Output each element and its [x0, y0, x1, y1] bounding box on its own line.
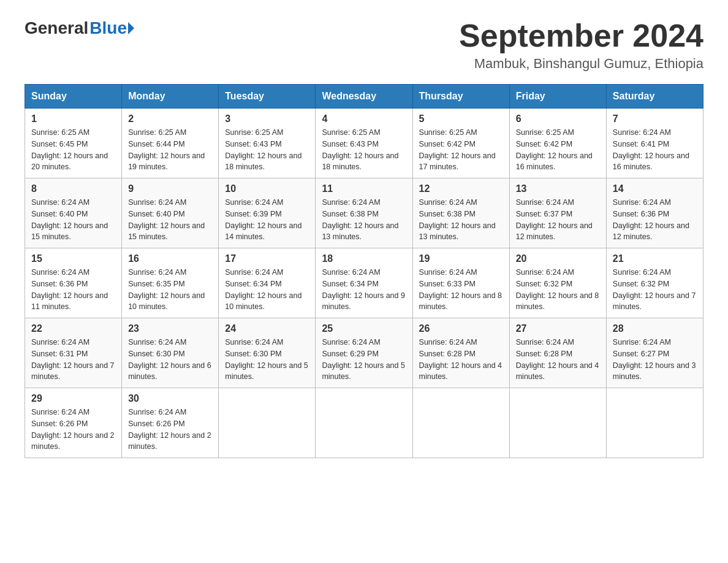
day-number: 1	[31, 113, 115, 124]
page-header: General Blue September 2024 Mambuk, Bins…	[25, 18, 703, 72]
calendar-cell: 1Sunrise: 6:25 AMSunset: 6:45 PMDaylight…	[25, 109, 122, 178]
day-number: 18	[322, 253, 406, 264]
calendar-cell: 2Sunrise: 6:25 AMSunset: 6:44 PMDaylight…	[122, 109, 219, 178]
day-info: Sunrise: 6:24 AMSunset: 6:40 PMDaylight:…	[31, 197, 115, 243]
day-info: Sunrise: 6:24 AMSunset: 6:40 PMDaylight:…	[128, 197, 212, 243]
day-number: 8	[31, 183, 115, 194]
month-title: September 2024	[459, 18, 703, 53]
day-info: Sunrise: 6:24 AMSunset: 6:34 PMDaylight:…	[322, 267, 406, 313]
calendar-week-3: 15Sunrise: 6:24 AMSunset: 6:36 PMDayligh…	[25, 248, 703, 318]
day-info: Sunrise: 6:24 AMSunset: 6:41 PMDaylight:…	[613, 127, 697, 173]
calendar-cell: 4Sunrise: 6:25 AMSunset: 6:43 PMDaylight…	[316, 109, 412, 178]
day-number: 5	[419, 113, 503, 124]
day-info: Sunrise: 6:25 AMSunset: 6:44 PMDaylight:…	[128, 127, 212, 173]
calendar-cell: 11Sunrise: 6:24 AMSunset: 6:38 PMDayligh…	[316, 178, 412, 248]
calendar-week-2: 8Sunrise: 6:24 AMSunset: 6:40 PMDaylight…	[25, 178, 703, 248]
day-number: 28	[613, 323, 697, 334]
calendar-cell	[606, 388, 703, 458]
calendar-week-1: 1Sunrise: 6:25 AMSunset: 6:45 PMDaylight…	[25, 109, 703, 178]
day-info: Sunrise: 6:24 AMSunset: 6:38 PMDaylight:…	[322, 197, 406, 243]
day-number: 16	[128, 253, 212, 264]
day-number: 10	[225, 183, 309, 194]
day-info: Sunrise: 6:24 AMSunset: 6:34 PMDaylight:…	[225, 267, 309, 313]
calendar-cell: 15Sunrise: 6:24 AMSunset: 6:36 PMDayligh…	[25, 248, 122, 318]
weekday-header-friday: Friday	[509, 85, 606, 109]
day-number: 25	[322, 323, 406, 334]
day-number: 14	[613, 183, 697, 194]
day-number: 12	[419, 183, 503, 194]
day-info: Sunrise: 6:24 AMSunset: 6:26 PMDaylight:…	[31, 407, 115, 453]
calendar-cell: 5Sunrise: 6:25 AMSunset: 6:42 PMDaylight…	[412, 109, 509, 178]
day-info: Sunrise: 6:25 AMSunset: 6:42 PMDaylight:…	[516, 127, 600, 173]
day-number: 29	[31, 393, 115, 404]
day-number: 24	[225, 323, 309, 334]
day-info: Sunrise: 6:25 AMSunset: 6:43 PMDaylight:…	[322, 127, 406, 173]
calendar-cell: 18Sunrise: 6:24 AMSunset: 6:34 PMDayligh…	[316, 248, 412, 318]
day-info: Sunrise: 6:24 AMSunset: 6:30 PMDaylight:…	[128, 337, 212, 383]
day-info: Sunrise: 6:25 AMSunset: 6:45 PMDaylight:…	[31, 127, 115, 173]
weekday-header-saturday: Saturday	[606, 85, 703, 109]
calendar-cell: 24Sunrise: 6:24 AMSunset: 6:30 PMDayligh…	[219, 318, 316, 388]
calendar-cell: 21Sunrise: 6:24 AMSunset: 6:32 PMDayligh…	[606, 248, 703, 318]
day-number: 4	[322, 113, 406, 124]
day-info: Sunrise: 6:24 AMSunset: 6:28 PMDaylight:…	[516, 337, 600, 383]
calendar-cell: 17Sunrise: 6:24 AMSunset: 6:34 PMDayligh…	[219, 248, 316, 318]
day-number: 23	[128, 323, 212, 334]
day-info: Sunrise: 6:24 AMSunset: 6:35 PMDaylight:…	[128, 267, 212, 313]
day-number: 13	[516, 183, 600, 194]
calendar-cell: 25Sunrise: 6:24 AMSunset: 6:29 PMDayligh…	[316, 318, 412, 388]
calendar-cell: 27Sunrise: 6:24 AMSunset: 6:28 PMDayligh…	[509, 318, 606, 388]
calendar-cell: 20Sunrise: 6:24 AMSunset: 6:32 PMDayligh…	[509, 248, 606, 318]
calendar-cell: 28Sunrise: 6:24 AMSunset: 6:27 PMDayligh…	[606, 318, 703, 388]
day-info: Sunrise: 6:24 AMSunset: 6:39 PMDaylight:…	[225, 197, 309, 243]
day-number: 20	[516, 253, 600, 264]
day-info: Sunrise: 6:24 AMSunset: 6:32 PMDaylight:…	[516, 267, 600, 313]
calendar-cell: 10Sunrise: 6:24 AMSunset: 6:39 PMDayligh…	[219, 178, 316, 248]
day-number: 11	[322, 183, 406, 194]
day-info: Sunrise: 6:25 AMSunset: 6:43 PMDaylight:…	[225, 127, 309, 173]
logo: General Blue	[25, 18, 134, 38]
calendar-cell: 7Sunrise: 6:24 AMSunset: 6:41 PMDaylight…	[606, 109, 703, 178]
weekday-header-row: SundayMondayTuesdayWednesdayThursdayFrid…	[25, 85, 703, 109]
day-number: 3	[225, 113, 309, 124]
weekday-header-monday: Monday	[122, 85, 219, 109]
calendar-cell	[316, 388, 412, 458]
day-number: 26	[419, 323, 503, 334]
calendar-cell: 12Sunrise: 6:24 AMSunset: 6:38 PMDayligh…	[412, 178, 509, 248]
calendar-cell: 29Sunrise: 6:24 AMSunset: 6:26 PMDayligh…	[25, 388, 122, 458]
day-info: Sunrise: 6:24 AMSunset: 6:36 PMDaylight:…	[31, 267, 115, 313]
weekday-header-thursday: Thursday	[412, 85, 509, 109]
calendar-cell: 23Sunrise: 6:24 AMSunset: 6:30 PMDayligh…	[122, 318, 219, 388]
calendar-cell: 8Sunrise: 6:24 AMSunset: 6:40 PMDaylight…	[25, 178, 122, 248]
day-info: Sunrise: 6:24 AMSunset: 6:37 PMDaylight:…	[516, 197, 600, 243]
calendar-cell: 19Sunrise: 6:24 AMSunset: 6:33 PMDayligh…	[412, 248, 509, 318]
weekday-header-sunday: Sunday	[25, 85, 122, 109]
day-info: Sunrise: 6:24 AMSunset: 6:38 PMDaylight:…	[419, 197, 503, 243]
day-info: Sunrise: 6:24 AMSunset: 6:27 PMDaylight:…	[613, 337, 697, 383]
day-number: 9	[128, 183, 212, 194]
day-info: Sunrise: 6:24 AMSunset: 6:31 PMDaylight:…	[31, 337, 115, 383]
calendar-cell: 9Sunrise: 6:24 AMSunset: 6:40 PMDaylight…	[122, 178, 219, 248]
day-number: 30	[128, 393, 212, 404]
day-number: 21	[613, 253, 697, 264]
calendar-cell: 16Sunrise: 6:24 AMSunset: 6:35 PMDayligh…	[122, 248, 219, 318]
day-number: 2	[128, 113, 212, 124]
logo-blue-part: Blue	[88, 18, 134, 38]
calendar-week-5: 29Sunrise: 6:24 AMSunset: 6:26 PMDayligh…	[25, 388, 703, 458]
calendar-cell: 30Sunrise: 6:24 AMSunset: 6:26 PMDayligh…	[122, 388, 219, 458]
day-info: Sunrise: 6:24 AMSunset: 6:32 PMDaylight:…	[613, 267, 697, 313]
weekday-header-tuesday: Tuesday	[219, 85, 316, 109]
day-info: Sunrise: 6:24 AMSunset: 6:28 PMDaylight:…	[419, 337, 503, 383]
calendar-cell: 26Sunrise: 6:24 AMSunset: 6:28 PMDayligh…	[412, 318, 509, 388]
weekday-header-wednesday: Wednesday	[316, 85, 412, 109]
calendar-cell: 6Sunrise: 6:25 AMSunset: 6:42 PMDaylight…	[509, 109, 606, 178]
day-number: 7	[613, 113, 697, 124]
calendar-week-4: 22Sunrise: 6:24 AMSunset: 6:31 PMDayligh…	[25, 318, 703, 388]
logo-blue-text: Blue	[89, 18, 127, 38]
calendar-cell	[412, 388, 509, 458]
day-number: 22	[31, 323, 115, 334]
logo-general-text: General	[25, 18, 88, 38]
calendar-cell	[219, 388, 316, 458]
day-info: Sunrise: 6:24 AMSunset: 6:33 PMDaylight:…	[419, 267, 503, 313]
day-info: Sunrise: 6:24 AMSunset: 6:29 PMDaylight:…	[322, 337, 406, 383]
